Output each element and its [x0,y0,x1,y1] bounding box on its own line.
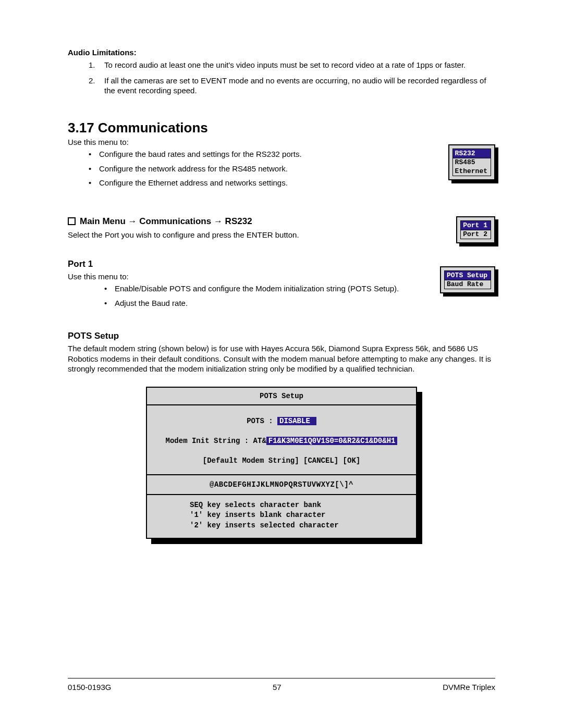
ol-text: If all the cameras are set to EVENT mode… [104,76,495,96]
bullet-text: Configure the network address for the RS… [99,164,288,174]
comm-bullet-2: • Configure the network address for the … [68,164,440,174]
rs232-desc: Select the Port you wish to configure an… [68,230,448,240]
menu-item-ethernet[interactable]: Ethernet [453,167,491,176]
menu-item-port2[interactable]: Port 2 [461,230,491,239]
modem-init-label: Modem Init String : AT& [166,437,266,445]
bullet-text: Configure the baud rates and settings fo… [99,149,302,159]
pots-setup-heading: POTS Setup [68,331,495,341]
bullet-icon: • [89,178,93,188]
port1-heading: Port 1 [68,259,432,269]
pots-char-bank: @ABCDEFGHIJKLMNOPQRSTUVWXYZ[\]^ [147,475,416,495]
checkbox-icon [68,217,76,225]
menu-port1-options: POTS Setup Baud Rate [440,266,495,293]
bullet-icon: • [104,283,108,294]
page-footer: 0150-0193G 57 DVMRe Triplex [68,678,495,692]
modem-init-value[interactable]: F1&K3M0E1Q0V1S0=0&R2&C1&D0&H1 [266,437,398,445]
audio-limitations-heading: Audio Limitations: [68,48,495,57]
bullet-icon: • [89,164,93,174]
menu-item-rs485[interactable]: RS485 [453,158,491,167]
pots-setup-desc: The default modem string (shown below) i… [68,343,495,374]
comm-bullet-3: • Configure the Ethernet address and net… [68,178,440,188]
pots-help-line2: '1' key inserts blank character [190,510,403,521]
pots-dialog-buttons[interactable]: [Default Modem String] [CANCEL] [OK] [153,456,410,465]
port1-bullet-1: • Enable/Disable POTS and configure the … [68,283,432,294]
bullet-text: Adjust the Baud rate. [115,298,188,309]
menu-item-baud-rate[interactable]: Baud Rate [445,280,491,289]
menu-item-port1[interactable]: Port 1 [460,220,491,230]
section-heading-communications: 3.17 Communications [68,120,495,136]
pots-dialog-title: POTS Setup [147,388,416,405]
pots-label: POTS : [247,417,273,425]
pots-help-line3: '2' key inserts selected character [190,521,403,531]
bullet-text: Configure the Ethernet address and netwo… [99,178,288,188]
ol-number: 1. [89,60,99,70]
port1-intro: Use this menu to: [68,272,432,282]
port1-bullet-2: • Adjust the Baud rate. [68,298,432,309]
menu-rs232-ports: Port 1 Port 2 [456,216,495,243]
footer-doc-id: 0150-0193G [68,683,111,692]
menu-item-rs232[interactable]: RS232 [452,149,491,158]
pots-setup-dialog: POTS Setup POTS : DISABLE Modem Init Str… [146,387,417,539]
menu-communications: RS232 RS485 Ethernet [448,144,495,180]
pots-enable-row: POTS : DISABLE [153,417,410,425]
ol-text: To record audio at least one the unit's … [104,60,466,70]
bullet-icon: • [104,298,108,309]
pots-value-selected[interactable]: DISABLE [277,417,316,425]
ol-number: 2. [89,76,99,96]
menu-item-pots-setup[interactable]: POTS Setup [444,270,491,280]
breadcrumb-rs232: Main Menu → Communications → RS232 [68,216,448,227]
pots-help-line1: SEQ key selects character bank [190,500,403,511]
audio-item-1: 1. To record audio at least one the unit… [68,60,495,70]
pots-help-text: SEQ key selects character bank '1' key i… [147,495,416,538]
comm-bullet-1: • Configure the baud rates and settings … [68,149,440,159]
comm-intro: Use this menu to: [68,137,440,147]
modem-init-row: Modem Init String : AT&F1&K3M0E1Q0V1S0=0… [153,437,410,445]
bullet-icon: • [89,149,93,159]
breadcrumb-text: Main Menu → Communications → RS232 [80,216,252,227]
footer-product-name: DVMRe Triplex [443,683,495,692]
audio-item-2: 2. If all the cameras are set to EVENT m… [68,76,495,96]
bullet-text: Enable/Disable POTS and configure the Mo… [115,283,399,294]
footer-page-number: 57 [273,683,282,692]
